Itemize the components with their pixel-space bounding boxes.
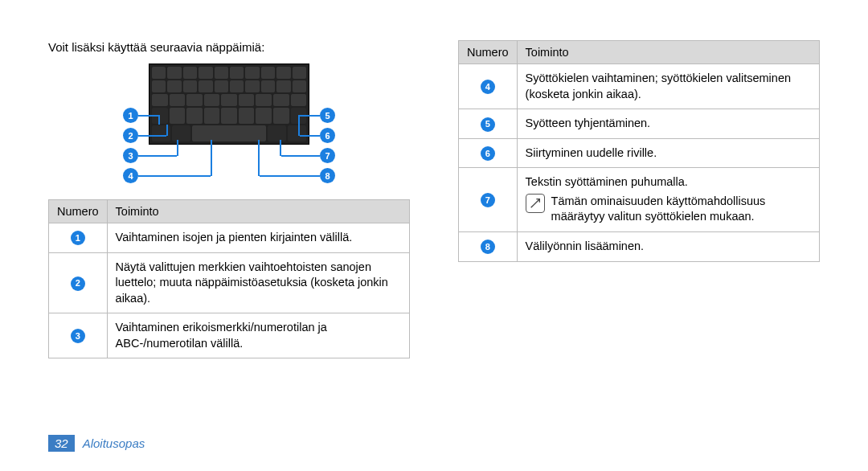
col-header-toiminto: Toiminto [517,41,819,64]
legend-table-right: Numero Toiminto 4 Syöttökielen vaihtamin… [458,40,820,262]
callout-4: 4 [123,168,138,183]
callout-7: 7 [320,148,335,163]
table-row: 1 Vaihtaminen isojen ja pienten kirjaint… [49,223,410,253]
callout-2: 2 [123,128,138,143]
callout-3: 3 [123,148,138,163]
row-bubble-5: 5 [481,117,495,132]
table-row: 3 Vaihtaminen erikoismerkki/numerotilan … [49,313,410,358]
page-number: 32 [48,435,75,452]
callout-1: 1 [123,108,138,123]
col-header-numero: Numero [459,41,518,64]
row-desc-7a: Tekstin syöttäminen puhumalla. [526,174,811,190]
callout-6: 6 [320,128,335,143]
row-desc-2: Näytä valittujen merkkien vaihtoehtoiste… [107,252,409,313]
note-icon [526,194,545,213]
row-bubble-3: 3 [71,329,85,343]
keyboard-diagram: 1 2 3 4 5 6 7 8 [125,63,334,185]
row-bubble-2: 2 [71,276,85,291]
callout-5: 5 [320,108,335,123]
callout-8: 8 [320,168,335,183]
legend-table-left: Numero Toiminto 1 Vaihtaminen isojen ja … [48,199,410,358]
table-row: 4 Syöttökielen vaihtaminen; syöttökielen… [459,64,820,109]
row-desc-1: Vaihtaminen isojen ja pienten kirjainten… [107,223,409,253]
row-bubble-7: 7 [481,193,495,207]
table-row: 5 Syötteen tyhjentäminen. [459,109,820,139]
col-header-numero: Numero [49,200,108,223]
page-footer: 32 Aloitusopas [48,435,145,452]
row-desc-3: Vaihtaminen erikoismerkki/numerotilan ja… [107,313,409,358]
row-bubble-6: 6 [481,146,495,161]
row-bubble-1: 1 [71,231,85,245]
table-row: 6 Siirtyminen uudelle riville. [459,138,820,168]
col-header-toiminto: Toiminto [107,200,409,223]
row-desc-7b: Tämän ominaisuuden käyttömahdollisuus mä… [551,194,811,225]
row-bubble-8: 8 [481,240,495,254]
intro-text: Voit lisäksi käyttää seuraavia näppäimiä… [48,40,410,54]
row-bubble-4: 4 [481,80,495,94]
row-desc-6: Siirtyminen uudelle riville. [517,138,819,168]
row-desc-5: Syötteen tyhjentäminen. [517,109,819,139]
table-row: 7 Tekstin syöttäminen puhumalla. Tämän o… [459,168,820,232]
row-desc-4: Syöttökielen vaihtaminen; syöttökielen v… [517,64,819,109]
table-row: 2 Näytä valittujen merkkien vaihtoehtois… [49,252,410,313]
section-name: Aloitusopas [83,436,145,450]
row-desc-8: Välilyönnin lisääminen. [517,231,819,261]
table-row: 8 Välilyönnin lisääminen. [459,231,820,261]
